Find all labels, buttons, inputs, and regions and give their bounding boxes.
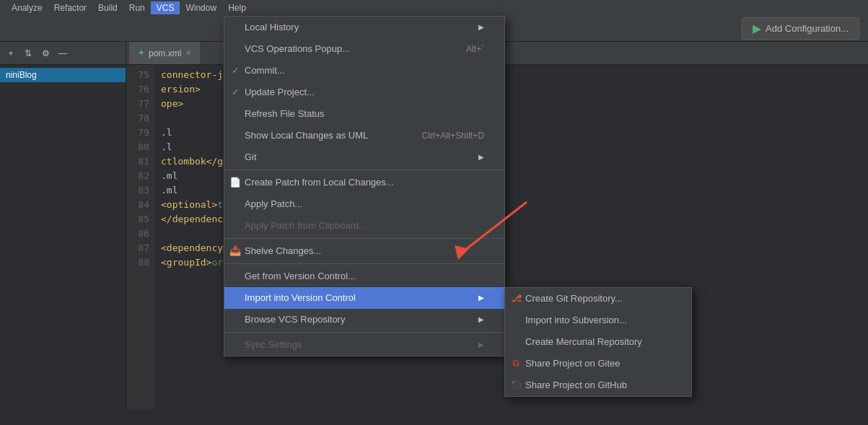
menu-item-sync-settings: Sync Settings ▶: [224, 334, 504, 356]
menu-item-label: Create Patch from Local Changes...: [245, 175, 394, 190]
menu-item-git[interactable]: Git ▶: [224, 146, 504, 168]
line-number: 78: [126, 111, 149, 126]
menu-window[interactable]: Window: [180, 1, 222, 14]
menu-item-label: Git: [245, 150, 257, 165]
gitee-icon: G: [509, 356, 522, 371]
menu-bar: Analyze Refactor Build Run VCS Window He…: [0, 0, 868, 16]
menu-run[interactable]: Run: [123, 1, 151, 14]
line-number: 76: [126, 82, 149, 97]
submenu-arrow-icon: ▶: [478, 291, 484, 305]
line-number: 79: [126, 126, 149, 140]
menu-item-label: Apply Patch from Clipboard...: [245, 219, 367, 233]
menu-item-label: Shelve Changes...: [245, 244, 321, 258]
shelve-icon: 📥: [229, 244, 242, 258]
submenu-item-label: Share Project on GitHub: [525, 378, 627, 393]
checkmark-icon: ✓: [229, 85, 242, 100]
line-number: 87: [126, 241, 149, 255]
shortcut-label: Alt+`: [466, 42, 484, 56]
submenu-item-create-git-repo[interactable]: ⎇ Create Git Repository...: [505, 288, 691, 310]
menu-separator: [224, 332, 504, 333]
submenu-item-label: Create Mercurial Repository: [525, 335, 642, 349]
import-submenu: ⎇ Create Git Repository... Import into S…: [504, 287, 692, 397]
sidebar-toolbar: + ⇅ ⚙ —: [0, 42, 126, 65]
menu-separator: [224, 263, 504, 264]
add-icon[interactable]: +: [4, 47, 17, 60]
close-tab-button[interactable]: ✕: [185, 49, 191, 57]
menu-separator: [224, 170, 504, 170]
submenu-item-share-github[interactable]: ⚫ Share Project on GitHub: [505, 374, 691, 396]
submenu-item-label: Import into Subversion...: [525, 313, 627, 328]
menu-item-label: Commit...: [245, 63, 285, 78]
menu-item-update-project[interactable]: ✓ Update Project...: [224, 82, 504, 103]
line-number: 75: [126, 68, 149, 82]
sort-icon[interactable]: ⇅: [22, 47, 35, 60]
line-number: 83: [126, 183, 149, 198]
line-number: 77: [126, 97, 149, 111]
menu-analyze[interactable]: Analyze: [6, 1, 48, 14]
git-icon: ⎇: [509, 292, 522, 306]
line-number: 84: [126, 198, 149, 212]
submenu-item-create-mercurial[interactable]: Create Mercurial Repository: [505, 331, 691, 353]
menu-item-refresh-file-status[interactable]: Refresh File Status: [224, 103, 504, 125]
submenu-item-label: Create Git Repository...: [525, 292, 623, 306]
file-tab-pom-xml[interactable]: ✦ pom.xml ✕: [129, 42, 200, 64]
menu-item-label: Sync Settings: [245, 338, 302, 352]
menu-item-label: Update Project...: [245, 85, 315, 100]
submenu-arrow-icon: ▶: [478, 150, 484, 165]
menu-item-get-from-vcs[interactable]: Get from Version Control...: [224, 266, 504, 287]
menu-item-label: VCS Operations Popup...: [245, 42, 350, 56]
add-configuration-button[interactable]: ▶ Add Configuration...: [742, 17, 859, 40]
line-number: 88: [126, 255, 149, 270]
menu-item-label: Show Local Changes as UML: [245, 128, 368, 143]
submenu-arrow-icon: ▶: [478, 20, 484, 35]
menu-item-shelve-changes[interactable]: 📥 Shelve Changes...: [224, 240, 504, 262]
menu-refactor[interactable]: Refactor: [48, 1, 92, 14]
submenu-arrow-icon: ▶: [478, 338, 484, 352]
menu-item-label: Import into Version Control: [245, 291, 356, 305]
github-icon: ⚫: [509, 378, 522, 393]
menu-item-vcs-operations-popup[interactable]: VCS Operations Popup... Alt+`: [224, 38, 504, 60]
line-number: 80: [126, 140, 149, 154]
menu-item-label: Browse VCS Repository: [245, 312, 345, 327]
shortcut-label: Ctrl+Alt+Shift+D: [422, 128, 484, 143]
checkmark-icon: ✓: [229, 63, 242, 78]
menu-item-create-patch[interactable]: 📄 Create Patch from Local Changes...: [224, 172, 504, 193]
menu-item-show-local-changes[interactable]: Show Local Changes as UML Ctrl+Alt+Shift…: [224, 125, 504, 146]
menu-item-apply-patch[interactable]: Apply Patch...: [224, 193, 504, 215]
menu-separator: [224, 238, 504, 239]
line-number: 81: [126, 154, 149, 169]
project-label[interactable]: niniBlog: [0, 68, 126, 82]
sidebar: + ⇅ ⚙ — niniBlog: [0, 42, 126, 409]
patch-icon: 📄: [229, 175, 242, 190]
xml-file-icon: ✦: [138, 48, 144, 58]
line-number: 82: [126, 169, 149, 183]
menu-item-import-into-vcs[interactable]: Import into Version Control ▶ ⎇ Create G…: [224, 287, 504, 309]
submenu-item-share-gitee[interactable]: G Share Project on Gitee: [505, 353, 691, 374]
menu-item-label: Refresh File Status: [245, 107, 325, 121]
line-number: 86: [126, 227, 149, 241]
menu-item-label: Get from Version Control...: [245, 269, 356, 284]
menu-item-label: Apply Patch...: [245, 197, 302, 211]
settings-icon[interactable]: ⚙: [39, 47, 52, 60]
menu-vcs[interactable]: VCS: [151, 1, 180, 14]
submenu-arrow-icon: ▶: [478, 312, 484, 327]
menu-item-apply-patch-clipboard: Apply Patch from Clipboard...: [224, 215, 504, 237]
menu-item-label: Local History: [245, 20, 299, 35]
line-numbers: 75 76 77 78 79 80 81 82 83 84 85 86 87 8…: [126, 65, 155, 409]
menu-item-local-history[interactable]: Local History ▶: [224, 17, 504, 38]
run-icon: ▶: [753, 22, 761, 35]
add-config-label: Add Configuration...: [766, 23, 849, 34]
menu-item-commit[interactable]: ✓ Commit...: [224, 60, 504, 82]
menu-build[interactable]: Build: [92, 1, 123, 14]
submenu-item-import-subversion[interactable]: Import into Subversion...: [505, 310, 691, 331]
menu-help[interactable]: Help: [222, 1, 252, 14]
collapse-icon[interactable]: —: [56, 47, 69, 60]
submenu-item-label: Share Project on Gitee: [525, 356, 621, 371]
file-tab-name: pom.xml: [149, 48, 181, 58]
vcs-dropdown-menu: Local History ▶ VCS Operations Popup... …: [224, 16, 505, 356]
menu-item-browse-vcs[interactable]: Browse VCS Repository ▶: [224, 309, 504, 330]
line-number: 85: [126, 212, 149, 227]
